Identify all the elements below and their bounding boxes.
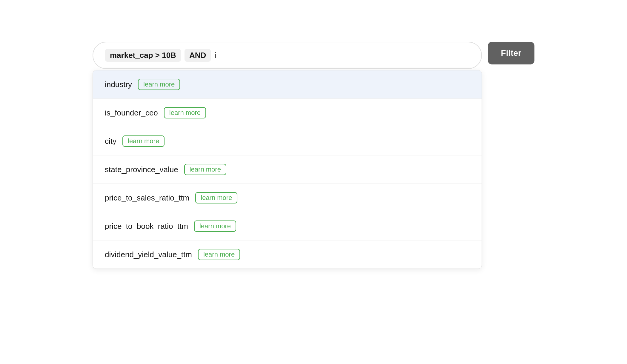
item-name-is_founder_ceo: is_founder_ceo (105, 108, 158, 118)
learn-more-badge-city[interactable]: learn more (122, 135, 165, 147)
item-name-industry: industry (105, 80, 132, 89)
item-name-city: city (105, 137, 116, 146)
dropdown: industrylearn moreis_founder_ceolearn mo… (93, 70, 482, 269)
item-name-price_to_book_ratio_ttm: price_to_book_ratio_ttm (105, 222, 188, 231)
dropdown-item[interactable]: is_founder_ceolearn more (93, 99, 482, 127)
dropdown-item[interactable]: price_to_sales_ratio_ttmlearn more (93, 184, 482, 212)
learn-more-badge-state_province_value[interactable]: learn more (184, 164, 226, 175)
learn-more-badge-price_to_book_ratio_ttm[interactable]: learn more (194, 220, 236, 232)
dropdown-item[interactable]: citylearn more (93, 127, 482, 155)
dropdown-item[interactable]: dividend_yield_value_ttmlearn more (93, 240, 482, 269)
dropdown-item[interactable]: price_to_book_ratio_ttmlearn more (93, 212, 482, 240)
dropdown-item[interactable]: industrylearn more (93, 70, 482, 99)
search-operator: AND (185, 49, 211, 62)
learn-more-badge-dividend_yield_value_ttm[interactable]: learn more (198, 249, 240, 260)
search-cursor[interactable]: i (214, 51, 216, 60)
item-name-state_province_value: state_province_value (105, 165, 178, 174)
search-wrapper: market_cap > 10B AND i industrylearn mor… (93, 42, 482, 69)
learn-more-badge-industry[interactable]: learn more (138, 79, 180, 90)
item-name-price_to_sales_ratio_ttm: price_to_sales_ratio_ttm (105, 193, 189, 203)
item-name-dividend_yield_value_ttm: dividend_yield_value_ttm (105, 250, 192, 259)
learn-more-badge-price_to_sales_ratio_ttm[interactable]: learn more (195, 192, 237, 203)
learn-more-badge-is_founder_ceo[interactable]: learn more (164, 107, 206, 118)
dropdown-item[interactable]: state_province_valuelearn more (93, 155, 482, 184)
main-area: market_cap > 10B AND i industrylearn mor… (93, 42, 534, 69)
page-container: market_cap > 10B AND i industrylearn mor… (0, 0, 627, 364)
search-bar[interactable]: market_cap > 10B AND i (93, 42, 482, 69)
filter-button[interactable]: Filter (488, 42, 534, 64)
search-token: market_cap > 10B (105, 49, 181, 62)
